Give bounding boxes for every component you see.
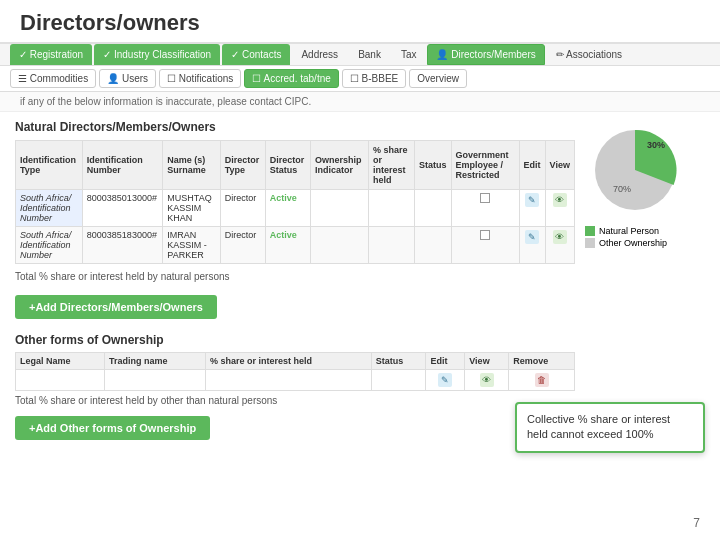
tab-address[interactable]: Address bbox=[292, 44, 347, 65]
tab-registration[interactable]: ✓ Registration bbox=[10, 44, 92, 65]
tab-accred[interactable]: ☐ Accred. tab/tne bbox=[244, 69, 339, 88]
tab-bank[interactable]: Bank bbox=[349, 44, 390, 65]
cell-pct bbox=[369, 227, 415, 264]
col-ownership-ind: Ownership Indicator bbox=[311, 141, 369, 190]
other-forms-section: Other forms of Ownership Legal Name Trad… bbox=[15, 333, 575, 446]
legend-natural: Natural Person bbox=[585, 226, 705, 236]
tab-tax[interactable]: Tax bbox=[392, 44, 426, 65]
info-bar: if any of the below information is inacc… bbox=[0, 92, 720, 112]
tab-associations[interactable]: ✏ Associations bbox=[547, 44, 631, 65]
cell-ownership bbox=[311, 227, 369, 264]
col-status: Status bbox=[415, 141, 452, 190]
col-dir-status: Director Status bbox=[265, 141, 310, 190]
tab-industry[interactable]: ✓ Industry Classification bbox=[94, 44, 220, 65]
tooltip-text: Collective % share or interest held cann… bbox=[527, 413, 670, 440]
col-pct-other: % share or interest held bbox=[205, 353, 371, 370]
secondary-nav: ☰ Commodities 👤 Users ☐ Notifications ☐ … bbox=[0, 66, 720, 92]
cell-dir-type: Director bbox=[220, 190, 265, 227]
col-id-num: Identification Number bbox=[82, 141, 162, 190]
tab-bbbee[interactable]: ☐ B-BBEE bbox=[342, 69, 406, 88]
col-legal-name: Legal Name bbox=[16, 353, 105, 370]
natural-section: Natural Directors/Members/Owners Identif… bbox=[15, 120, 575, 325]
cell-dir-status: Active bbox=[265, 190, 310, 227]
col-id-type: Identification Type bbox=[16, 141, 83, 190]
legend-natural-dot bbox=[585, 226, 595, 236]
cell-edit[interactable]: ✎ bbox=[519, 190, 545, 227]
natural-section-title: Natural Directors/Members/Owners bbox=[15, 120, 575, 134]
tab-directors[interactable]: 👤 Directors/Members bbox=[427, 44, 544, 65]
add-other-button[interactable]: +Add Other forms of Ownership bbox=[15, 416, 210, 440]
cell-edit[interactable]: ✎ bbox=[519, 227, 545, 264]
natural-total: Total % share or interest held by natura… bbox=[15, 269, 575, 284]
cell-name: MUSHTAQ KASSIM KHAN bbox=[163, 190, 220, 227]
cell-view[interactable]: 👁 bbox=[545, 190, 574, 227]
other-forms-title: Other forms of Ownership bbox=[15, 333, 575, 347]
cell-status bbox=[415, 190, 452, 227]
cell-view[interactable]: 👁 bbox=[545, 227, 574, 264]
cell-name: IMRAN KASSIM -PARKER bbox=[163, 227, 220, 264]
natural-directors-table: Identification Type Identification Numbe… bbox=[15, 140, 575, 264]
tab-overview[interactable]: Overview bbox=[409, 69, 467, 88]
main-content: Natural Directors/Members/Owners Identif… bbox=[15, 120, 575, 446]
cell-dir-status: Active bbox=[265, 227, 310, 264]
col-edit: Edit bbox=[519, 141, 545, 190]
cell-dir-type: Director bbox=[220, 227, 265, 264]
tab-commodities[interactable]: ☰ Commodities bbox=[10, 69, 96, 88]
page-number: 7 bbox=[693, 516, 700, 530]
cell-id-num: 8000385183000# bbox=[82, 227, 162, 264]
cell-id-type: South Africa/Identification Number bbox=[16, 227, 83, 264]
col-status-other: Status bbox=[371, 353, 426, 370]
col-pct: % share or interest held bbox=[369, 141, 415, 190]
svg-text:70%: 70% bbox=[613, 184, 631, 194]
col-dir-type: Director Type bbox=[220, 141, 265, 190]
table-row: South Africa/Identification Number 80003… bbox=[16, 227, 575, 264]
legend-other: Other Ownership bbox=[585, 238, 705, 248]
col-view: View bbox=[545, 141, 574, 190]
page-title-bar: Directors/owners bbox=[0, 0, 720, 44]
tab-users[interactable]: 👤 Users bbox=[99, 69, 156, 88]
tooltip-box: Collective % share or interest held cann… bbox=[515, 402, 705, 453]
tab-contacts[interactable]: ✓ Contacts bbox=[222, 44, 290, 65]
col-name: Name (s) Surname bbox=[163, 141, 220, 190]
cell-status bbox=[415, 227, 452, 264]
pie-chart: 30% 70% bbox=[585, 120, 685, 220]
chart-area: 30% 70% Natural Person Other Ownership bbox=[585, 120, 705, 446]
cell-pct bbox=[369, 190, 415, 227]
cell-ownership bbox=[311, 190, 369, 227]
table-row: South Africa/Identification Number 80003… bbox=[16, 190, 575, 227]
other-forms-table: Legal Name Trading name % share or inter… bbox=[15, 352, 575, 391]
cell-id-type: South Africa/Identification Number bbox=[16, 190, 83, 227]
legend-natural-label: Natural Person bbox=[599, 226, 659, 236]
svg-text:30%: 30% bbox=[647, 140, 665, 150]
add-directors-button[interactable]: +Add Directors/Members/Owners bbox=[15, 295, 217, 319]
col-view-other: View bbox=[465, 353, 509, 370]
cell-gov bbox=[451, 190, 519, 227]
primary-nav: ✓ Registration ✓ Industry Classification… bbox=[0, 44, 720, 66]
col-trading-name: Trading name bbox=[104, 353, 205, 370]
cell-id-num: 8000385013000# bbox=[82, 190, 162, 227]
legend-other-dot bbox=[585, 238, 595, 248]
page-title: Directors/owners bbox=[20, 10, 200, 35]
col-edit-other: Edit bbox=[426, 353, 465, 370]
legend-other-label: Other Ownership bbox=[599, 238, 667, 248]
col-remove-other: Remove bbox=[509, 353, 575, 370]
tab-notifications[interactable]: ☐ Notifications bbox=[159, 69, 241, 88]
cell-gov bbox=[451, 227, 519, 264]
other-total: Total % share or interest held by other … bbox=[15, 395, 575, 406]
col-gov: Government Employee / Restricted bbox=[451, 141, 519, 190]
pie-legend: Natural Person Other Ownership bbox=[585, 226, 705, 248]
table-row: ✎ 👁 🗑 bbox=[16, 370, 575, 391]
